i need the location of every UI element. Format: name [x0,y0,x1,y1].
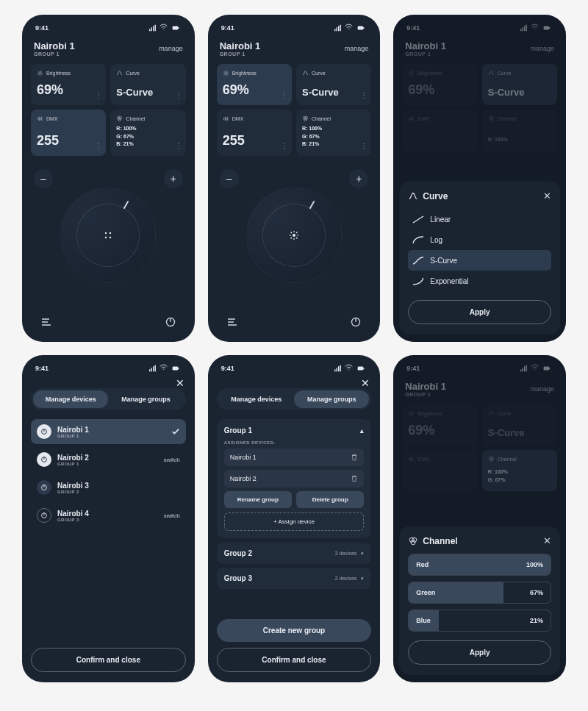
channel-icon [302,115,309,122]
curve-option-log[interactable]: Log [408,229,551,250]
channel-slider-red[interactable]: Red100% [408,554,551,576]
more-icon[interactable]: ⋮ [360,91,367,99]
power-icon[interactable] [37,452,51,467]
more-icon[interactable]: ⋮ [360,142,367,150]
close-icon[interactable]: ✕ [361,377,370,389]
more-icon[interactable]: ⋮ [281,142,287,150]
tile-channel[interactable]: Channel R: 100%G: 67%B: 21% ⋮ [110,110,185,156]
more-icon[interactable]: ⋮ [175,91,182,99]
curve-icon [408,191,418,201]
dmx-icon [408,456,415,462]
channel-rgb: R: 100%G: 67%B: 21% [116,125,179,149]
more-icon[interactable]: ⋮ [175,142,182,150]
tile-curve[interactable]: Curve S-Curve [482,64,557,105]
tile-channel[interactable]: Channel R: 100% [482,110,557,151]
tile-brightness[interactable]: Brightness 69% ⋮ [31,64,106,105]
dmx-value: 255 [223,133,286,149]
group-row-collapsed[interactable]: Group 32 devices▾ [217,568,372,589]
tile-channel[interactable]: Channel R: 100%G: 67% [482,450,557,491]
tile-brightness[interactable]: Brightness 69% [402,404,477,446]
assign-device-button[interactable]: + Assign device [224,512,365,531]
curve-icon [488,70,495,76]
power-icon [165,316,176,328]
switch-link[interactable]: switch [163,457,179,463]
signal-icon [334,365,343,372]
close-icon[interactable]: ✕ [176,377,184,389]
screen-manage-groups: 9:41 ✕ Manage devices Manage groups Grou… [208,355,381,682]
power-button[interactable] [346,312,365,332]
tab-manage-devices[interactable]: Manage devices [33,390,108,408]
tab-manage-groups[interactable]: Manage groups [108,390,183,408]
brightness-icon [288,229,300,241]
create-group-button[interactable]: Create new group [217,619,372,642]
plus-button[interactable]: + [164,169,183,188]
status-bar: 9:41 [402,362,557,378]
power-icon[interactable] [37,424,51,439]
minus-button[interactable]: – [220,169,239,188]
tile-dmx[interactable]: DMX 255 ⋮ [217,110,292,156]
device-row[interactable]: Nairobi 4GROUP 3 switch [31,503,186,528]
plus-button[interactable]: + [349,169,368,188]
menu-button[interactable] [37,312,56,332]
menu-button[interactable] [223,312,242,332]
trash-icon[interactable] [351,454,358,461]
status-bar: 9:41 [217,22,372,37]
channel-slider-green[interactable]: Green67% [408,582,551,604]
close-icon[interactable]: ✕ [543,535,551,546]
signal-icon [520,365,528,372]
group-card-expanded: Group 1▴ ASSIGNED DEVICES: Nairobi 1 Nai… [217,419,372,538]
status-time: 9:41 [221,24,234,32]
curve-option-scurve[interactable]: S-Curve [408,250,551,271]
channel-slider-blue[interactable]: Blue21% [408,610,551,632]
dmx-value: 255 [37,133,100,149]
log-icon [412,235,424,244]
dmx-icon [37,115,43,122]
power-icon[interactable] [37,508,51,523]
manage-link[interactable]: manage [159,45,183,52]
tile-brightness[interactable]: Brightness 69% [402,64,477,105]
channel-icon [408,536,418,546]
curve-sheet: Curve ✕ Linear Log S-Curve Exponential A… [399,182,560,335]
device-row[interactable]: Nairobi 2GROUP 1 switch [31,447,186,472]
tab-manage-devices[interactable]: Manage devices [219,390,294,408]
tile-brightness[interactable]: Brightness 69% ⋮ [217,64,292,105]
group-header[interactable]: Group 1▴ [224,426,365,435]
apply-button[interactable]: Apply [408,300,551,324]
manage-link[interactable]: manage [345,45,369,52]
tile-curve[interactable]: Curve S-Curve ⋮ [296,64,371,105]
confirm-close-button[interactable]: Confirm and close [31,648,186,672]
tile-dmx[interactable]: DMX [402,110,477,151]
tile-curve[interactable]: Curve S-Curve [482,404,557,446]
signal-icon [148,24,157,32]
dial[interactable] [246,187,342,283]
curve-option-linear[interactable]: Linear [408,209,551,229]
dial[interactable] [60,187,156,283]
tile-curve[interactable]: Curve S-Curve ⋮ [110,64,185,105]
curve-option-exponential[interactable]: Exponential [408,271,551,291]
device-row[interactable]: Nairobi 3GROUP 2 [31,475,186,500]
tab-manage-groups[interactable]: Manage groups [294,390,369,408]
confirm-close-button[interactable]: Confirm and close [217,648,372,672]
tile-dmx[interactable]: DMX [402,450,477,491]
rename-group-button[interactable]: Rename group [224,491,292,508]
power-icon[interactable] [37,480,51,495]
battery-icon [355,365,367,372]
tile-dmx[interactable]: DMX 255 ⋮ [31,110,106,156]
apply-button[interactable]: Apply [408,640,551,665]
device-row[interactable]: Nairobi 1GROUP 1 [31,419,186,444]
more-icon[interactable]: ⋮ [281,91,287,99]
group-row-collapsed[interactable]: Group 23 devices▾ [217,543,372,564]
switch-link[interactable]: switch [163,512,179,519]
manage-link[interactable]: manage [530,45,554,52]
power-button[interactable] [161,312,180,332]
trash-icon[interactable] [351,475,358,482]
battery-icon [541,365,553,372]
more-icon[interactable]: ⋮ [95,142,101,150]
close-icon[interactable]: ✕ [543,190,551,201]
minus-button[interactable]: – [34,169,53,188]
more-icon[interactable]: ⋮ [95,91,101,99]
tile-channel[interactable]: Channel R: 100%G: 67%B: 21% ⋮ [296,110,371,156]
brightness-icon [408,70,415,76]
manage-link[interactable]: manage [530,385,554,393]
delete-group-button[interactable]: Delete group [296,491,364,508]
